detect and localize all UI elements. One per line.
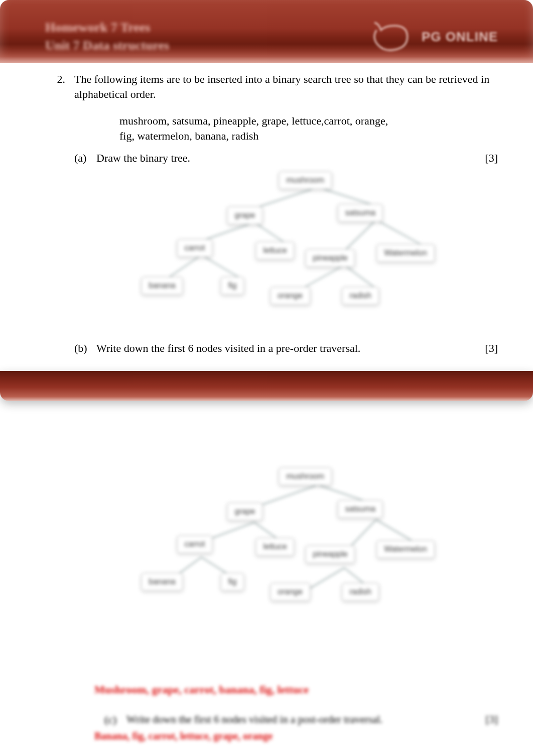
- tree-node-orange: orange: [270, 287, 310, 305]
- part-b-label: (b): [74, 341, 96, 356]
- binary-tree-diagram-b: mushroomgrapesatsumacarrotlettucepineapp…: [74, 461, 498, 622]
- header-line1: Homework 7 Trees: [45, 20, 169, 35]
- part-a-label: (a): [74, 151, 96, 166]
- part-c-marks: [3]: [468, 712, 498, 726]
- svg-line-2: [201, 222, 254, 241]
- binary-tree-diagram-a: mushroomgrapesatsumacarrotlettucepineapp…: [74, 165, 498, 316]
- brand-logo: PG ONLINE: [369, 19, 498, 54]
- tree-node-carrot: carrot: [177, 239, 213, 258]
- svg-line-0: [254, 187, 318, 208]
- part-b-text: Write down the first 6 nodes visited in …: [96, 341, 468, 356]
- tree-node-lettuce: lettuce: [255, 242, 294, 260]
- svg-line-8: [302, 265, 344, 289]
- tree-node-satsuma: satsuma: [338, 500, 383, 518]
- question-block-bottom: mushroomgrapesatsumacarrotlettucepineapp…: [0, 401, 533, 756]
- tree-node-mushroom: mushroom: [279, 467, 332, 485]
- tree-node-pineapple: pineapple: [305, 249, 355, 268]
- svg-line-9: [344, 265, 376, 289]
- tree-node-mushroom: mushroom: [279, 172, 332, 190]
- part-b-marks: [3]: [468, 341, 498, 356]
- tree-node-watermelon: Watermelon: [376, 540, 435, 558]
- header-titles: Homework 7 Trees Unit 7 Data structures: [45, 20, 169, 53]
- tree-node-lettuce: lettuce: [255, 538, 294, 556]
- tree-node-orange: orange: [270, 583, 310, 601]
- mouse-icon: [369, 19, 415, 54]
- tree-node-carrot: carrot: [177, 535, 213, 553]
- tree-node-pineapple: pineapple: [305, 545, 355, 563]
- tree-node-grape: grape: [227, 207, 263, 225]
- section-divider-band: [0, 371, 533, 401]
- tree-node-radish: radish: [342, 287, 379, 305]
- answer-b-text: Mushroom, grape, carrot, banana, fig, le…: [94, 682, 498, 697]
- question-number: 2.: [35, 72, 74, 87]
- part-c-text: Write down the first 6 nodes visited in …: [126, 712, 468, 726]
- tree-node-fig: fig: [221, 277, 244, 295]
- question-block-top: 2. The following items are to be inserte…: [0, 63, 533, 371]
- header-line2: Unit 7 Data structures: [45, 38, 169, 53]
- svg-line-10: [254, 485, 318, 508]
- svg-line-4: [344, 220, 376, 251]
- svg-line-5: [376, 220, 424, 246]
- part-c-label: (c): [104, 712, 126, 727]
- tree-node-radish: radish: [342, 583, 379, 601]
- svg-line-1: [318, 187, 376, 206]
- tree-node-satsuma: satsuma: [338, 204, 383, 222]
- tree-node-grape: grape: [227, 502, 263, 521]
- part-a-text: Draw the binary tree.: [96, 151, 468, 166]
- part-a-marks: [3]: [468, 151, 498, 166]
- tree-node-banana: banana: [141, 573, 183, 591]
- svg-line-6: [167, 255, 202, 279]
- tree-node-watermelon: Watermelon: [376, 244, 435, 263]
- tree-node-fig: fig: [221, 573, 244, 591]
- answer-c-text: Banana, fig, carrot, lettuce, grape, ora…: [94, 729, 498, 743]
- worksheet-header: Homework 7 Trees Unit 7 Data structures …: [0, 0, 533, 63]
- tree-node-banana: banana: [141, 277, 183, 295]
- brand-text: PG ONLINE: [422, 29, 498, 45]
- svg-line-7: [201, 255, 241, 279]
- svg-line-3: [254, 222, 286, 243]
- question-stem: The following items are to be inserted i…: [74, 73, 489, 100]
- item-list: mushroom, satsuma, pineapple, grape, let…: [119, 113, 401, 143]
